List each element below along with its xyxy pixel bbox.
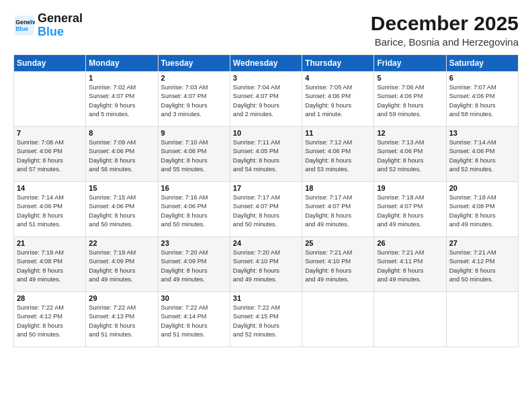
calendar-week-5: 28Sunrise: 7:22 AM Sunset: 4:12 PM Dayli… — [14, 292, 519, 347]
calendar-cell: 13Sunrise: 7:14 AM Sunset: 4:06 PM Dayli… — [446, 127, 518, 182]
calendar-cell — [374, 292, 446, 347]
calendar-cell: 26Sunrise: 7:21 AM Sunset: 4:11 PM Dayli… — [374, 237, 446, 292]
calendar-cell: 2Sunrise: 7:03 AM Sunset: 4:07 PM Daylig… — [158, 72, 230, 127]
day-info: Sunrise: 7:10 AM Sunset: 4:06 PM Dayligh… — [161, 138, 227, 174]
day-info: Sunrise: 7:22 AM Sunset: 4:15 PM Dayligh… — [233, 304, 299, 339]
day-number: 29 — [89, 294, 154, 302]
calendar-cell: 4Sunrise: 7:05 AM Sunset: 4:06 PM Daylig… — [302, 72, 374, 127]
day-info: Sunrise: 7:22 AM Sunset: 4:12 PM Dayligh… — [17, 304, 83, 339]
calendar-cell: 14Sunrise: 7:14 AM Sunset: 4:06 PM Dayli… — [14, 182, 86, 237]
day-number: 31 — [233, 294, 299, 302]
day-number: 16 — [161, 184, 227, 192]
calendar-cell: 6Sunrise: 7:07 AM Sunset: 4:06 PM Daylig… — [446, 72, 518, 127]
calendar-cell: 17Sunrise: 7:17 AM Sunset: 4:07 PM Dayli… — [230, 182, 302, 237]
logo-icon: General Blue — [13, 15, 35, 36]
calendar-cell: 21Sunrise: 7:19 AM Sunset: 4:08 PM Dayli… — [14, 237, 86, 292]
calendar-cell: 15Sunrise: 7:15 AM Sunset: 4:06 PM Dayli… — [86, 182, 158, 237]
day-number: 19 — [377, 184, 443, 192]
day-number: 30 — [161, 294, 227, 302]
calendar-cell: 5Sunrise: 7:06 AM Sunset: 4:06 PM Daylig… — [374, 72, 446, 127]
calendar-cell: 10Sunrise: 7:11 AM Sunset: 4:05 PM Dayli… — [230, 127, 302, 182]
calendar-cell: 25Sunrise: 7:21 AM Sunset: 4:10 PM Dayli… — [302, 237, 374, 292]
day-number: 12 — [377, 129, 443, 137]
calendar-header-thursday: Thursday — [302, 55, 374, 72]
day-info: Sunrise: 7:12 AM Sunset: 4:06 PM Dayligh… — [305, 138, 371, 174]
calendar-cell: 30Sunrise: 7:22 AM Sunset: 4:14 PM Dayli… — [158, 292, 230, 347]
calendar-header-wednesday: Wednesday — [230, 55, 302, 72]
day-number: 1 — [89, 74, 154, 82]
day-info: Sunrise: 7:14 AM Sunset: 4:06 PM Dayligh… — [449, 138, 515, 174]
day-info: Sunrise: 7:17 AM Sunset: 4:07 PM Dayligh… — [305, 193, 371, 229]
calendar-cell: 20Sunrise: 7:18 AM Sunset: 4:08 PM Dayli… — [446, 182, 518, 237]
day-number: 28 — [17, 294, 83, 302]
day-info: Sunrise: 7:20 AM Sunset: 4:10 PM Dayligh… — [233, 248, 299, 284]
logo: General Blue General Blue — [13, 12, 83, 39]
day-info: Sunrise: 7:08 AM Sunset: 4:06 PM Dayligh… — [17, 138, 83, 174]
main-title: December 2025 — [371, 12, 519, 35]
calendar-cell: 16Sunrise: 7:16 AM Sunset: 4:06 PM Dayli… — [158, 182, 230, 237]
day-number: 21 — [17, 239, 83, 247]
day-info: Sunrise: 7:22 AM Sunset: 4:13 PM Dayligh… — [89, 304, 154, 339]
day-info: Sunrise: 7:14 AM Sunset: 4:06 PM Dayligh… — [17, 193, 83, 229]
day-info: Sunrise: 7:16 AM Sunset: 4:06 PM Dayligh… — [161, 193, 227, 229]
day-info: Sunrise: 7:19 AM Sunset: 4:08 PM Dayligh… — [17, 248, 83, 284]
calendar-cell: 23Sunrise: 7:20 AM Sunset: 4:09 PM Dayli… — [158, 237, 230, 292]
calendar-header-sunday: Sunday — [14, 55, 86, 72]
day-info: Sunrise: 7:21 AM Sunset: 4:11 PM Dayligh… — [377, 248, 443, 284]
day-number: 9 — [161, 129, 227, 137]
day-number: 3 — [233, 74, 299, 82]
calendar-header-saturday: Saturday — [446, 55, 518, 72]
day-number: 20 — [449, 184, 515, 192]
calendar-cell: 28Sunrise: 7:22 AM Sunset: 4:12 PM Dayli… — [14, 292, 86, 347]
day-info: Sunrise: 7:11 AM Sunset: 4:05 PM Dayligh… — [233, 138, 299, 174]
day-number: 18 — [305, 184, 371, 192]
svg-text:Blue: Blue — [15, 26, 28, 32]
calendar-header-friday: Friday — [374, 55, 446, 72]
calendar-cell: 7Sunrise: 7:08 AM Sunset: 4:06 PM Daylig… — [14, 127, 86, 182]
calendar-header-tuesday: Tuesday — [158, 55, 230, 72]
calendar-cell — [302, 292, 374, 347]
calendar-cell: 11Sunrise: 7:12 AM Sunset: 4:06 PM Dayli… — [302, 127, 374, 182]
calendar-week-2: 7Sunrise: 7:08 AM Sunset: 4:06 PM Daylig… — [14, 127, 519, 182]
day-number: 23 — [161, 239, 227, 247]
logo-text: General Blue — [38, 12, 83, 39]
day-number: 10 — [233, 129, 299, 137]
calendar-cell: 22Sunrise: 7:19 AM Sunset: 4:09 PM Dayli… — [86, 237, 158, 292]
calendar-header-row: SundayMondayTuesdayWednesdayThursdayFrid… — [14, 55, 519, 72]
calendar-header-monday: Monday — [86, 55, 158, 72]
svg-text:General: General — [15, 19, 35, 26]
day-info: Sunrise: 7:13 AM Sunset: 4:06 PM Dayligh… — [377, 138, 443, 174]
day-info: Sunrise: 7:02 AM Sunset: 4:07 PM Dayligh… — [89, 83, 154, 119]
day-info: Sunrise: 7:09 AM Sunset: 4:06 PM Dayligh… — [89, 138, 154, 174]
day-number: 5 — [377, 74, 443, 82]
day-number: 22 — [89, 239, 154, 247]
calendar-cell: 9Sunrise: 7:10 AM Sunset: 4:06 PM Daylig… — [158, 127, 230, 182]
day-number: 24 — [233, 239, 299, 247]
calendar-cell: 8Sunrise: 7:09 AM Sunset: 4:06 PM Daylig… — [86, 127, 158, 182]
title-block: December 2025 Barice, Bosnia and Herzego… — [371, 12, 519, 48]
day-number: 6 — [449, 74, 515, 82]
day-info: Sunrise: 7:15 AM Sunset: 4:06 PM Dayligh… — [89, 193, 154, 229]
day-info: Sunrise: 7:06 AM Sunset: 4:06 PM Dayligh… — [377, 83, 443, 119]
day-number: 15 — [89, 184, 154, 192]
day-number: 27 — [449, 239, 515, 247]
day-number: 11 — [305, 129, 371, 137]
header: General Blue General Blue December 2025 … — [13, 12, 519, 48]
calendar-cell: 1Sunrise: 7:02 AM Sunset: 4:07 PM Daylig… — [86, 72, 158, 127]
day-info: Sunrise: 7:05 AM Sunset: 4:06 PM Dayligh… — [305, 83, 371, 119]
day-info: Sunrise: 7:21 AM Sunset: 4:10 PM Dayligh… — [305, 248, 371, 284]
page: General Blue General Blue December 2025 … — [0, 0, 532, 411]
day-number: 25 — [305, 239, 371, 247]
day-info: Sunrise: 7:17 AM Sunset: 4:07 PM Dayligh… — [233, 193, 299, 229]
day-number: 2 — [161, 74, 227, 82]
day-number: 26 — [377, 239, 443, 247]
calendar-cell: 29Sunrise: 7:22 AM Sunset: 4:13 PM Dayli… — [86, 292, 158, 347]
day-info: Sunrise: 7:18 AM Sunset: 4:07 PM Dayligh… — [377, 193, 443, 229]
subtitle: Barice, Bosnia and Herzegovina — [371, 36, 519, 48]
day-number: 8 — [89, 129, 154, 137]
calendar-cell: 3Sunrise: 7:04 AM Sunset: 4:07 PM Daylig… — [230, 72, 302, 127]
day-number: 4 — [305, 74, 371, 82]
calendar-week-3: 14Sunrise: 7:14 AM Sunset: 4:06 PM Dayli… — [14, 182, 519, 237]
calendar-table: SundayMondayTuesdayWednesdayThursdayFrid… — [13, 54, 519, 347]
day-info: Sunrise: 7:20 AM Sunset: 4:09 PM Dayligh… — [161, 248, 227, 284]
